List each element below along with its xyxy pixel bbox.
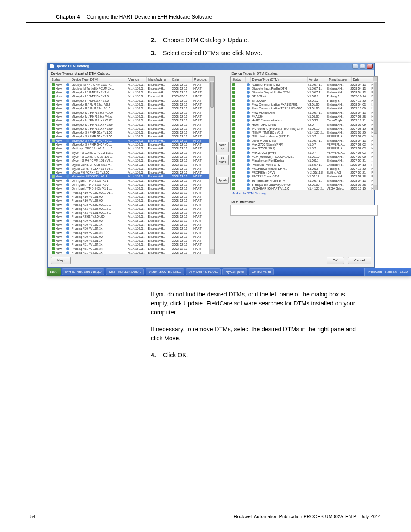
table-row[interactable]: NewOmnigrad / TMD 832 / V1.1V1.4.153.3..…: [50, 179, 209, 183]
col-version[interactable]: Version: [127, 77, 147, 82]
table-row[interactable]: NewPromag / 51 / V1.06.3xV1.4.153.3...En…: [50, 247, 209, 251]
col-status[interactable]: Status: [50, 77, 65, 82]
table-row[interactable]: NewMicropilot M / FMR 2xx / V2.00V1.4.15…: [50, 123, 209, 127]
table-row[interactable]: NewMicropilot II / FMR 23x / V1.0V1.4.15…: [50, 106, 209, 110]
table-row[interactable]: NewMypro Cond. C / CLx 431 / V...V1.4.15…: [50, 163, 209, 167]
table-row[interactable]: SFC173 CommDTMV1.00.13Endress+H...2007-0…: [231, 174, 373, 178]
right-scrollbar[interactable]: [373, 77, 377, 190]
table-row[interactable]: HART OPC ClientV2.0Endress+H...2008-01-0…: [231, 123, 373, 127]
table-row[interactable]: NewPromag / 50 / V1.04.3xV1.4.153.3...En…: [50, 227, 209, 230]
table-row[interactable]: NewMicropilot I / FMR13x / V1.5V1.4.153.…: [50, 94, 209, 98]
maximize-button[interactable]: □: [360, 64, 365, 69]
table-row[interactable]: NewNivotester / FTC625 / V1.2V1.4.153.3.…: [50, 174, 209, 178]
table-row[interactable]: iTEMP / TMT182 / V1.2V1.4.125.2...Endres…: [231, 131, 373, 134]
table-row[interactable]: NewPromag / 50 / V2.01.xxV1.4.153.3...En…: [50, 239, 209, 243]
table-row[interactable]: NewMicropilot II / FMR 23x / V0.3V1.4.15…: [50, 103, 209, 106]
table-row[interactable]: NewMycom S Cond. C / CLM 153...V1.4.153.…: [50, 151, 209, 155]
table-row[interactable]: NewMycom S PH / CPM 153 / V2...V1.4.153.…: [50, 159, 209, 162]
left-grid[interactable]: Status Device Type (DTM) Version Manufac…: [50, 76, 215, 254]
table-row[interactable]: iTEL Linking device (FF211)V1.5.7PEPPERL…: [231, 134, 373, 138]
col-manufacturer[interactable]: Manufacturer: [327, 77, 352, 82]
col-date[interactable]: Date: [352, 77, 373, 82]
taskbar-item[interactable]: Video - 3550-IEI, CNI...: [146, 268, 184, 275]
taskbar-item[interactable]: Control Panel: [249, 268, 274, 275]
taskbar-item[interactable]: DTM Cen-42, FL-001: [186, 268, 221, 275]
table-row[interactable]: ET 200iSPV2.0.1.2Trebing &...2007-11-30P…: [231, 99, 373, 103]
col-device[interactable]: Device Type (DTM): [251, 77, 308, 82]
table-row[interactable]: DP BRLinkV1.0.0.9Trebing &...2007-11-14P…: [231, 94, 373, 98]
table-row[interactable]: NewPromag / 50 / V1.06.3xV1.4.153.3...En…: [50, 231, 209, 235]
table-row[interactable]: NewPromag / 39 / V2.04.00V1.4.153.3...En…: [50, 219, 209, 223]
col-device[interactable]: Device Type (DTM): [70, 77, 127, 82]
table-row[interactable]: PROFIBUS Master DP-V1V3.0.0.8Trebing &..…: [231, 167, 373, 171]
table-row[interactable]: NewMypro PH / CPx 431 / V2.00V1.4.153.3.…: [50, 171, 209, 174]
taskbar-item[interactable]: E+H S...Field care ver(x).0: [62, 268, 105, 275]
table-row[interactable]: PROFIDtm DPV1V 2.00(115)Softing AG2007-0…: [231, 171, 373, 174]
move-right-button[interactable]: Move >>: [216, 142, 229, 152]
table-row[interactable]: NewMicropilot S / FMR 540 / V01...V1.4.1…: [50, 139, 209, 143]
col-protocol[interactable]: Protocols: [193, 77, 210, 82]
table-row[interactable]: Pressure Profile DTMV1.5.67.11Endress+H.…: [231, 163, 373, 167]
table-row[interactable]: NewMulticap / TEC 12 / V1.0 ... 1.2V1.4.…: [50, 146, 209, 150]
table-row[interactable]: NewPromag / 51 / V2.00.3xV1.4.153.3...En…: [50, 251, 209, 254]
table-row[interactable]: NewPromag / 23 / V2.02.00 ... 2...V1.4.1…: [50, 207, 209, 211]
table-row[interactable]: NewMicropilot S / FMR 53x / V1.02V1.4.15…: [50, 131, 209, 134]
table-row[interactable]: NewMicropilot S / FMR 540 / V01...V1.4.1…: [50, 143, 209, 146]
table-row[interactable]: Level Profile DTMV1.5.67.11Endress+H...2…: [231, 139, 373, 143]
table-row[interactable]: NewPromag / 10 / V1.00.00 ... V1...V1.4.…: [50, 191, 209, 195]
table-row[interactable]: NewMicropilot M / FMR 2xx / V1.02V1.4.15…: [50, 118, 209, 122]
table-row[interactable]: PCP (Readwin) TxU10/FXA291V1.01.10Endres…: [231, 155, 373, 159]
table-row[interactable]: NewMicropilot I / FMR13x / V1.4V1.4.153.…: [50, 90, 209, 94]
table-row[interactable]: NewMicropilot M / FMR 25x / V4.xxV1.4.15…: [50, 115, 209, 118]
taskbar-item[interactable]: Mail - Microsoft Outlo...: [106, 268, 144, 275]
table-row[interactable]: Temperature Profile DTMV1.5.67.11Endress…: [231, 179, 373, 183]
table-row[interactable]: NewPromag / 50 / V2.00.00V1.4.153.3...En…: [50, 235, 209, 239]
table-row[interactable]: Discrete Input Profile DTMV1.5.67.11Endr…: [231, 87, 373, 90]
table-row[interactable]: Flow Communication TCP/IP FXA520V3.01.00…: [231, 106, 373, 110]
minimize-button[interactable]: –: [352, 64, 358, 69]
ok-button[interactable]: OK: [327, 257, 345, 264]
table-row[interactable]: Mux 2700F (P+F)V1.5.7PEPPERL+...2007-08-…: [231, 146, 373, 150]
table-row[interactable]: Mux 2700G (P+F)V1.5.7PEPPERL+...2007-08-…: [231, 151, 373, 155]
add-all-link[interactable]: Add all to DTM Catalog: [230, 190, 378, 196]
taskbar-item[interactable]: My Computer: [222, 268, 247, 275]
table-row[interactable]: iPC Generic (Process) (Tool Info) DTMV1.…: [231, 127, 373, 131]
col-status[interactable]: Status: [231, 77, 246, 82]
table-row[interactable]: NewPromag / 50 / V1.00.3xV1.4.153.3...En…: [50, 223, 209, 227]
table-row[interactable]: Flow Communication FXA193/291V3.01.00End…: [231, 103, 373, 106]
table-row[interactable]: NewPromag / 33 / V3.01.00 ... 3...V1.4.1…: [50, 211, 209, 215]
table-row[interactable]: Discrete Output Profile DTMV1.5.67.11End…: [231, 90, 373, 94]
table-row[interactable]: HART CommunicationV1.0.32CodeWrigh...200…: [231, 118, 373, 122]
left-scrollbar[interactable]: [209, 77, 214, 254]
table-row[interactable]: NewPromag / 10 / V1.01.00V1.4.153.3...En…: [50, 195, 209, 199]
table-row[interactable]: NewLiquisys M Turbidity / CUM 2x...V1.4.…: [50, 87, 209, 90]
help-button[interactable]: Help: [51, 257, 71, 264]
table-row[interactable]: NewOmnigrad / TMD 842 / V1.1 ...V1.4.153…: [50, 187, 209, 190]
table-row[interactable]: FXA520V1.05.05Endress+H...2007-09-28H...: [231, 115, 373, 118]
table-row[interactable]: NewOmnigrad / TMD 833 / V1.0V1.4.153.3..…: [50, 183, 209, 187]
table-row[interactable]: Actuator Profile DTMV1.5.67.11Endress+H.…: [231, 83, 373, 87]
table-row[interactable]: NewMicropilot S / FMR 53x / V2.00V1.4.15…: [50, 134, 209, 138]
col-manufacturer[interactable]: Manufacturer: [147, 77, 171, 82]
table-row[interactable]: Placeholder FieldDeviceV1.0.0.1Endress+H…: [231, 159, 373, 162]
table-row[interactable]: NewMypro Cond. I / CLx 431 / V3...V1.4.1…: [50, 167, 209, 171]
table-row[interactable]: NewPromag / 35S / V2.04.00V1.4.153.3...E…: [50, 215, 209, 218]
table-row[interactable]: NewMycom S Cond. I / CLM 153 ...V1.4.153…: [50, 155, 209, 159]
cancel-button[interactable]: Cancel: [348, 257, 371, 264]
table-row[interactable]: Transparent Gateway/DeviceV2.01.00Endres…: [231, 183, 373, 187]
col-date[interactable]: Date: [171, 77, 193, 82]
table-row[interactable]: NewMicropilot M / FMR 25x / V1.00V1.4.15…: [50, 111, 209, 115]
table-row[interactable]: Mux 2700 (Stand)[P+F]V1.5.7PEPPERL+...20…: [231, 143, 373, 146]
table-row[interactable]: NewMicropilot M / FMR 2xx / V3.00V1.4.15…: [50, 127, 209, 131]
table-row[interactable]: NewPromag / 23 / V2.00.00 ... 2...V1.4.1…: [50, 203, 209, 207]
move-left-button[interactable]: << Move: [216, 155, 229, 165]
table-row[interactable]: NewLiquisys M PH / CPM 2x3 / V...V1.4.15…: [50, 83, 209, 87]
right-grid[interactable]: Status Device Type (DTM) Version Manufac…: [230, 76, 378, 190]
table-row[interactable]: VEGABAR 50 HART V1.0.0V1.4.125.2...VEGA …: [231, 187, 373, 189]
start-button[interactable]: start: [47, 268, 61, 276]
table-row[interactable]: NewMicropilot I / FMR13x / V2.0V1.4.153.…: [50, 99, 209, 103]
table-row[interactable]: NewPromag / 10 / V1.02.00V1.4.153.3...En…: [50, 199, 209, 202]
table-row[interactable]: Flow Profile DTMV1.5.67.11Endress+H...20…: [231, 111, 373, 115]
table-row[interactable]: NewPromag / 51 / V1.04.3xV1.4.153.3...En…: [50, 243, 209, 246]
close-button[interactable]: ×: [367, 64, 373, 69]
